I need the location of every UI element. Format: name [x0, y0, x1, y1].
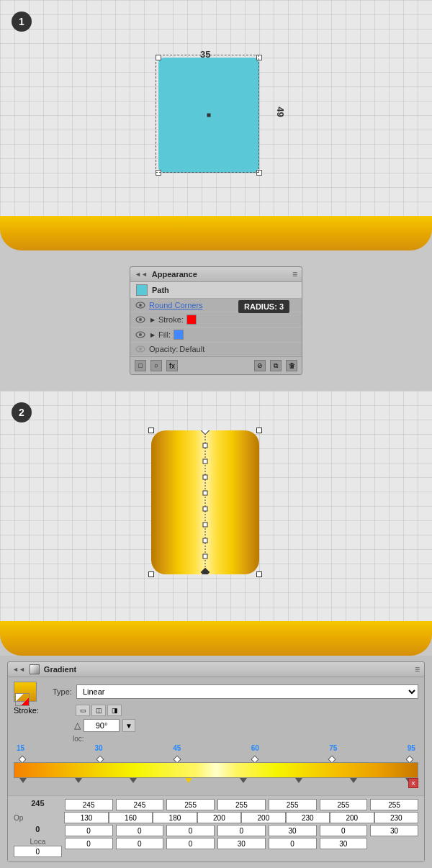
r-val-5 [217, 799, 266, 810]
round-corners-row[interactable]: Round Corners RADIUS: 3 [130, 299, 302, 312]
r-input-7[interactable] [320, 799, 368, 810]
stroke-color-swatch[interactable] [186, 315, 197, 325]
r-input-2[interactable] [65, 799, 113, 810]
stroke-icon-3[interactable]: ◨ [107, 705, 122, 716]
fx-icon[interactable]: fx [166, 360, 178, 371]
b-input-7[interactable] [320, 825, 368, 836]
r-input-4[interactable] [166, 799, 215, 810]
no-icon[interactable]: ⊘ [254, 360, 266, 371]
g-input-8[interactable] [374, 812, 418, 823]
tick-45: 45 [173, 744, 181, 752]
b-val-2 [65, 825, 113, 836]
r-val-8 [370, 799, 418, 810]
svg-point-3 [139, 318, 142, 321]
fill-row[interactable]: ▶ Fill: [130, 327, 302, 343]
b-input-8[interactable] [370, 825, 418, 836]
stroke-icon-1[interactable]: ▭ [76, 705, 90, 716]
eye-icon-stroke[interactable] [135, 315, 146, 324]
b-val-3 [116, 825, 164, 836]
eye-icon-fill[interactable] [135, 330, 146, 339]
b-input-5[interactable] [217, 825, 266, 836]
b-input-3[interactable] [116, 825, 164, 836]
stroke-icon-2[interactable]: ◫ [91, 705, 106, 716]
round-corners-label[interactable]: Round Corners [149, 301, 203, 309]
yellow-banner-1 [0, 216, 432, 250]
bottom-stop-triangles [14, 778, 418, 788]
golden-handle-bl[interactable] [148, 571, 154, 577]
g-input-7[interactable] [330, 812, 374, 823]
color-values-section: 245 [8, 795, 424, 862]
loc-input-6[interactable] [269, 838, 317, 849]
g-input-5[interactable] [241, 812, 285, 823]
panel-menu-icon[interactable]: ≡ [292, 269, 297, 279]
g-val-3 [153, 812, 197, 823]
gradient-bar[interactable] [14, 762, 418, 778]
golden-rectangle[interactable] [151, 430, 259, 574]
top-stops-row [14, 754, 418, 762]
loc-input-1[interactable] [14, 846, 62, 857]
blue-rectangle[interactable] [158, 58, 259, 173]
stop-bottom-7[interactable] [350, 778, 357, 783]
g-input-1[interactable] [64, 812, 108, 823]
stop-bottom-1[interactable] [19, 778, 27, 783]
fill-expand-icon[interactable]: ▶ [149, 331, 156, 338]
b-input-6[interactable] [269, 825, 317, 836]
fill-color-swatch[interactable] [174, 330, 184, 340]
g-input-4[interactable] [197, 812, 241, 823]
r-val-1: 245 [14, 799, 62, 810]
loc-input-4[interactable] [166, 838, 215, 849]
tick-60: 60 [251, 744, 259, 752]
golden-handle-tr[interactable] [256, 428, 262, 433]
g-input-6[interactable] [286, 812, 330, 823]
stop-bottom-3[interactable] [130, 778, 137, 783]
handle-tl[interactable] [156, 55, 161, 60]
path-label: Path [152, 286, 169, 294]
stop-bottom-4[interactable] [185, 778, 192, 783]
r-input-6[interactable] [269, 799, 317, 810]
r-input-8[interactable] [370, 799, 418, 810]
golden-handle-tl[interactable] [148, 428, 154, 433]
loc-val-8 [370, 838, 418, 857]
svg-point-7 [139, 348, 142, 351]
trash-icon[interactable]: 🗑 [286, 360, 297, 371]
stop-bottom-5[interactable] [240, 778, 247, 783]
loc-input-7[interactable] [320, 838, 368, 849]
r-val-7 [320, 799, 368, 810]
svg-point-1 [139, 304, 142, 307]
stroke-row[interactable]: ▶ Stroke: [130, 312, 302, 327]
b-val-4 [166, 825, 215, 836]
type-label: Type: [53, 687, 72, 696]
g-input-2[interactable] [109, 812, 153, 823]
g-input-3[interactable] [153, 812, 197, 823]
new-rect-icon[interactable]: □ [135, 360, 146, 371]
golden-handle-br[interactable] [256, 571, 262, 577]
gradient-stroke-row: Stroke: ▭ ◫ ◨ [14, 705, 418, 716]
handle-br[interactable] [256, 170, 262, 176]
r-input-3[interactable] [116, 799, 164, 810]
gradient-stroke-swatch[interactable] [15, 693, 30, 706]
gradient-type-select[interactable]: Linear Radial [76, 684, 418, 699]
opacity-label: Opacity: [149, 345, 178, 353]
handle-tr[interactable] [256, 55, 262, 60]
gradient-menu-icon[interactable]: ≡ [415, 664, 420, 674]
stroke-expand-icon[interactable]: ▶ [149, 316, 156, 323]
eye-icon-roundcorners[interactable] [135, 301, 146, 309]
tick-95: 95 [408, 744, 415, 752]
b-val-1: 0 [14, 825, 62, 836]
duplicate-icon[interactable]: ⧉ [270, 360, 282, 371]
delete-stop-button[interactable]: × [408, 778, 418, 788]
loc-input-5[interactable] [217, 838, 266, 849]
tick-75: 75 [329, 744, 337, 752]
stop-bottom-2[interactable] [75, 778, 82, 783]
handle-bl[interactable] [156, 170, 161, 176]
angle-dropdown[interactable]: ▼ [122, 719, 135, 732]
path-color-swatch [136, 284, 148, 296]
r-input-5[interactable] [217, 799, 266, 810]
new-circle-icon[interactable]: ○ [150, 360, 162, 371]
b-input-2[interactable] [65, 825, 113, 836]
loc-input-3[interactable] [116, 838, 164, 849]
loc-input-2[interactable] [65, 838, 113, 849]
angle-input[interactable] [84, 719, 120, 732]
b-input-4[interactable] [166, 825, 215, 836]
stop-bottom-6[interactable] [295, 778, 302, 783]
